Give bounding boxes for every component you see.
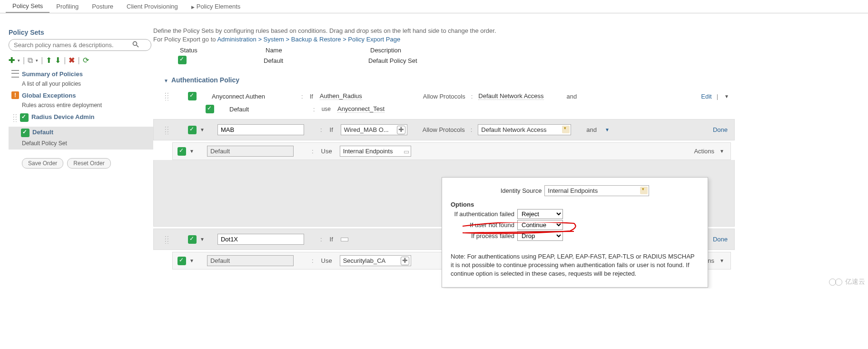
add-icon[interactable]: ✚	[397, 126, 405, 134]
drag-icon[interactable]	[164, 92, 169, 100]
rule-name-input[interactable]	[217, 234, 304, 245]
search-icon[interactable]	[132, 41, 139, 49]
protocol-value: Default Network Access	[481, 126, 546, 133]
process-failed-select[interactable]: Drop	[517, 231, 563, 241]
auth-failed-select[interactable]: Reject	[517, 209, 563, 219]
identity-source-select[interactable]: Internal Endpoints	[544, 185, 649, 196]
caret-down-icon[interactable]: ▼	[723, 94, 730, 99]
subrule-use[interactable]: Anyconnect_Test	[337, 105, 385, 113]
caret-down-icon[interactable]: ▼	[718, 149, 726, 154]
search-input[interactable]	[9, 39, 151, 51]
caret-down-icon[interactable]: ▼	[188, 258, 196, 263]
user-not-found-select[interactable]: Continue	[517, 220, 563, 230]
caret-down-icon[interactable]: ▼	[198, 237, 206, 242]
reset-order-button[interactable]: Reset Order	[67, 158, 110, 169]
copy-icon[interactable]: ⧉	[28, 56, 33, 65]
condition-box[interactable]: Wired_MAB O... ✚	[341, 124, 407, 135]
sidebar-global-sub: Rules across entire deployment	[9, 102, 153, 109]
popup-note: Note: For authentications using PEAP, LE…	[451, 252, 699, 279]
caret-down-icon[interactable]: ▼	[718, 258, 726, 263]
allow-label: Allow Protocols	[423, 93, 465, 100]
val-name: Default	[264, 57, 340, 64]
sidebar-global[interactable]: ! Global Exceptions	[9, 90, 153, 102]
sidebar-summary[interactable]: Summary of Policies	[9, 69, 153, 80]
status-check	[178, 56, 187, 64]
caret-down-icon[interactable]: ▼	[188, 149, 196, 154]
sidebar-default-label: Default	[32, 129, 53, 137]
and-caret-icon[interactable]: ▼	[603, 127, 611, 132]
condition-value: Wired_MAB O...	[344, 126, 389, 133]
tab-policy-elements[interactable]: ▶Policy Elements	[185, 0, 247, 12]
auth-failed-label: If authentication failed	[451, 210, 517, 218]
rule-name: Anyconnect Authen	[212, 93, 288, 100]
if-label: If	[330, 236, 333, 243]
drag-icon[interactable]	[164, 126, 169, 134]
subrule-name: Default	[229, 106, 291, 113]
rule-name-input[interactable]	[217, 124, 304, 135]
add-icon[interactable]: ✚	[401, 257, 409, 265]
use-value: Internal Endpoints	[343, 148, 393, 155]
sidebar-summary-sub: A list of all your policies	[9, 80, 153, 87]
intro-line1: Define the Policy Sets by configuring ru…	[153, 27, 735, 35]
intro-line2a: For Policy Export go to	[153, 36, 217, 43]
watermark-text: 亿速云	[845, 278, 865, 286]
drag-icon[interactable]	[12, 113, 17, 122]
use-box[interactable]: Securitylab_CA ✚	[340, 255, 411, 266]
actions-label[interactable]: Actions	[694, 148, 714, 155]
check-icon	[178, 147, 186, 156]
tab-posture[interactable]: Posture	[85, 0, 120, 12]
subrule-default: ▼ : Use Internal Endpoints ▭ Actions ▼	[172, 142, 731, 160]
identity-source-value: Internal Endpoints	[548, 187, 598, 194]
check-icon	[178, 257, 186, 265]
intro-text: Define the Policy Sets by configuring ru…	[153, 27, 735, 44]
sidebar-summary-label: Summary of Policies	[22, 70, 83, 78]
and-label: and	[567, 93, 577, 100]
delete-icon[interactable]: ✖	[69, 56, 75, 65]
edit-link[interactable]: Edit	[701, 93, 711, 100]
user-not-found-label: If user not found	[451, 221, 517, 229]
dropdown-icon[interactable]	[562, 126, 570, 133]
ellipsis-icon[interactable]: ▭	[404, 148, 409, 155]
refresh-icon[interactable]: ⟳	[83, 56, 89, 65]
down-icon[interactable]: ⬇	[55, 56, 61, 65]
add-icon[interactable]: ✚	[9, 56, 15, 65]
use-box[interactable]: Internal Endpoints ▭	[340, 146, 411, 157]
tab-client-provisioning[interactable]: Client Provisioning	[120, 0, 185, 12]
top-tabs: Policy Sets Profiling Posture Client Pro…	[0, 0, 868, 13]
use-label: Use	[321, 257, 332, 264]
check-icon	[188, 126, 197, 134]
col-name: Name	[266, 47, 342, 54]
subrule-name-input	[207, 255, 294, 266]
protocol-select[interactable]: Default Network Access	[478, 124, 571, 135]
done-link[interactable]: Done	[713, 236, 728, 243]
condition-box[interactable]	[341, 238, 348, 241]
caret-down-icon[interactable]: ▼	[198, 127, 206, 132]
done-link[interactable]: Done	[713, 126, 728, 133]
tab-policy-sets[interactable]: Policy Sets	[6, 0, 49, 13]
sidebar-radius[interactable]: Radius Device Admin	[9, 111, 153, 124]
use-value: Securitylab_CA	[343, 257, 386, 264]
up-icon[interactable]: ⬆	[46, 56, 52, 65]
tab-policy-elements-label: Policy Elements	[197, 3, 240, 10]
svg-point-0	[133, 42, 137, 46]
rule-condition[interactable]: Authen_Radius	[320, 92, 362, 100]
auth-policy-section[interactable]: Authentication Policy	[153, 71, 735, 88]
rule-protocol[interactable]: Default Network Access	[478, 92, 543, 100]
tab-profiling[interactable]: Profiling	[49, 0, 85, 12]
subrule-name-input	[207, 146, 294, 157]
sidebar-toolbar: ✚▾ | ⧉▾ | ⬆ ⬇ | ✖ | ⟳	[9, 54, 153, 69]
sidebar-global-label: Global Exceptions	[22, 92, 76, 99]
check-icon	[188, 92, 197, 100]
sidebar-default[interactable]: Default	[9, 127, 153, 139]
identity-source-label: Identity Source	[501, 187, 545, 194]
sidebar-default-sub: Default Policy Set	[9, 139, 153, 150]
dropdown-icon[interactable]	[640, 187, 648, 194]
drag-icon[interactable]	[164, 235, 169, 244]
check-icon	[21, 129, 30, 137]
col-desc: Description	[370, 47, 427, 54]
policy-export-link[interactable]: Administration > System > Backup & Resto…	[217, 36, 400, 43]
check-icon	[20, 113, 29, 122]
save-order-button[interactable]: Save Order	[22, 158, 63, 169]
list-icon	[11, 70, 19, 78]
watermark: 亿速云	[829, 278, 865, 286]
